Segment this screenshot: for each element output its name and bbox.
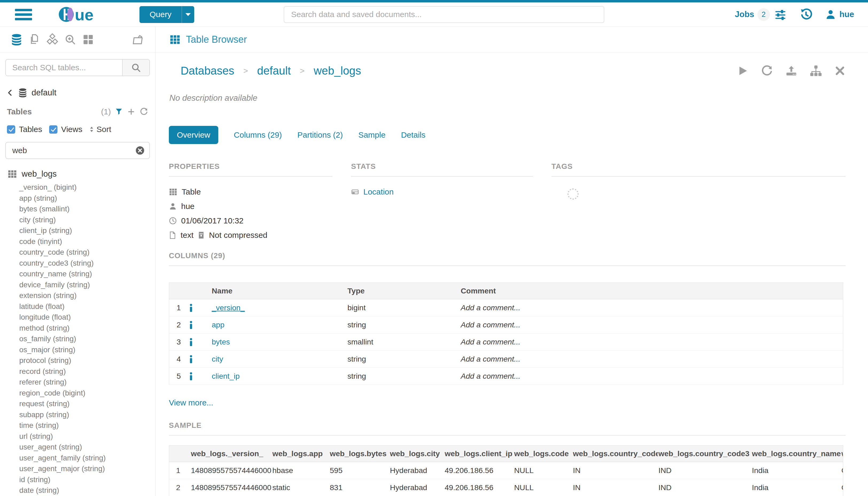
sql-table-search-input[interactable] <box>6 60 122 76</box>
comment-placeholder[interactable]: Add a comment... <box>460 316 843 334</box>
global-search-input[interactable] <box>284 10 604 19</box>
breadcrumb-table[interactable]: web_logs <box>314 64 361 77</box>
info-icon[interactable] <box>189 368 211 385</box>
page-title: Table Browser <box>186 34 247 45</box>
chevron-left-icon[interactable] <box>6 89 14 96</box>
tree-column[interactable]: referer (string) <box>7 377 150 388</box>
tree-column[interactable]: protocol (string) <box>7 355 150 366</box>
clear-filter-icon[interactable] <box>136 146 144 155</box>
query-play-icon[interactable] <box>737 65 748 76</box>
breadcrumb-databases[interactable]: Databases <box>180 64 234 77</box>
tree-column[interactable]: bytes (smallint) <box>7 204 150 215</box>
jobs-link[interactable]: Jobs <box>735 10 754 19</box>
tree-column[interactable]: os_major (string) <box>7 344 150 355</box>
column-name-link[interactable]: bytes <box>212 338 230 346</box>
view-more-link[interactable]: View more... <box>169 398 846 407</box>
tree-column[interactable]: device_family (string) <box>7 280 150 291</box>
filter-funnel-icon[interactable] <box>115 108 123 116</box>
tab-overview[interactable]: Overview <box>169 126 218 144</box>
folder-icon[interactable] <box>131 33 144 46</box>
database-icon[interactable] <box>10 33 23 46</box>
selected-database-name[interactable]: default <box>32 88 57 97</box>
sql-search-button[interactable] <box>122 60 149 76</box>
tree-column[interactable]: latitude (float) <box>7 301 150 312</box>
tree-column[interactable]: user_agent_major (string) <box>7 463 150 474</box>
tree-column[interactable]: request (string) <box>7 399 150 409</box>
tree-column[interactable]: _version_ (bigint) <box>7 182 150 193</box>
app-header: Table Browser <box>156 27 868 53</box>
refresh-icon[interactable] <box>140 107 148 116</box>
upload-icon[interactable] <box>785 65 798 77</box>
tree-column[interactable]: user_agent (string) <box>7 442 150 453</box>
tree-column[interactable]: os_family (string) <box>7 334 150 344</box>
tree-column[interactable]: id (string) <box>7 474 150 485</box>
zoom-plus-icon[interactable] <box>64 33 76 46</box>
tab-columns[interactable]: Columns (29) <box>234 130 282 140</box>
info-icon[interactable] <box>189 299 211 316</box>
table-filter-input[interactable] <box>6 146 136 155</box>
tree-column[interactable]: url (string) <box>7 431 150 442</box>
tab-details[interactable]: Details <box>401 130 426 140</box>
columns-table: Name Type Comment 1 _version_ bigint Add… <box>169 282 843 385</box>
tree-column[interactable]: extension (string) <box>7 290 150 301</box>
comment-placeholder[interactable]: Add a comment... <box>460 334 843 351</box>
sitemap-icon[interactable] <box>810 65 822 77</box>
info-icon[interactable] <box>189 351 211 368</box>
sort-toggle[interactable]: Sort <box>88 125 111 134</box>
info-icon[interactable] <box>189 334 211 351</box>
column-name-link[interactable]: city <box>212 355 223 363</box>
tree-column[interactable]: city (string) <box>7 215 150 226</box>
tree-column[interactable]: subapp (string) <box>7 409 150 420</box>
query-button[interactable]: Query <box>140 6 194 23</box>
query-dropdown-caret[interactable] <box>182 6 194 23</box>
tables-header-row: Tables (1) <box>5 107 150 116</box>
hamburger-menu-icon[interactable] <box>15 9 32 20</box>
views-checkbox[interactable] <box>49 125 58 134</box>
column-name-link[interactable]: client_ip <box>212 372 240 380</box>
refresh-icon[interactable] <box>761 65 773 77</box>
documents-icon[interactable] <box>28 33 41 46</box>
hue-logo[interactable]: ue <box>59 5 99 23</box>
tree-column[interactable]: country_code (string) <box>7 247 150 258</box>
sliders-icon[interactable] <box>774 8 787 21</box>
tree-column[interactable]: country_code3 (string) <box>7 258 150 269</box>
tree-column[interactable]: code (tinyint) <box>7 236 150 247</box>
tree-column[interactable]: time (string) <box>7 420 150 431</box>
tables-checkbox[interactable] <box>7 125 15 134</box>
history-icon[interactable] <box>799 8 813 21</box>
close-icon[interactable] <box>834 65 846 76</box>
sample-cell: India <box>752 479 841 496</box>
tree-column[interactable]: client_ip (string) <box>7 225 150 236</box>
tree-column[interactable]: record (string) <box>7 366 150 377</box>
comment-placeholder[interactable]: Add a comment... <box>460 368 843 385</box>
tree-column[interactable]: method (string) <box>7 323 150 334</box>
tree-column[interactable]: longitude (float) <box>7 312 150 323</box>
query-button-label[interactable]: Query <box>140 6 182 23</box>
column-name-link[interactable]: app <box>212 321 225 329</box>
apps-grid-icon[interactable] <box>82 33 94 46</box>
sample-row: 2 1480895575574446000 static 831 Hyderab… <box>169 479 843 496</box>
tree-table-web-logs[interactable]: web_logs <box>7 169 150 179</box>
jobs-count-badge[interactable]: 2 <box>757 8 770 21</box>
tree-column[interactable]: region_code (bigint) <box>7 388 150 399</box>
tree-table-name[interactable]: web_logs <box>22 169 57 179</box>
location-link[interactable]: Location <box>363 187 394 197</box>
cubes-icon[interactable] <box>46 33 59 46</box>
compression-value: Not compressed <box>209 231 267 240</box>
add-table-icon[interactable] <box>127 107 136 116</box>
info-icon[interactable] <box>189 316 211 334</box>
user-menu[interactable]: hue <box>825 9 854 20</box>
tree-column[interactable]: user_agent_family (string) <box>7 453 150 464</box>
breadcrumb-separator: > <box>243 66 248 75</box>
comment-placeholder[interactable]: Add a comment... <box>460 299 843 316</box>
tab-sample[interactable]: Sample <box>358 130 385 140</box>
topbar-right-cluster: Jobs 2 hue <box>735 8 854 21</box>
column-name-link[interactable]: _version_ <box>212 303 245 312</box>
comment-placeholder[interactable]: Add a comment... <box>460 351 843 368</box>
tree-column[interactable]: app (string) <box>7 193 150 204</box>
tree-column[interactable]: date (string) <box>7 485 150 496</box>
breadcrumb-database[interactable]: default <box>257 64 291 77</box>
selected-database-row[interactable]: default <box>5 88 150 97</box>
tree-column[interactable]: country_name (string) <box>7 268 150 280</box>
tab-partitions[interactable]: Partitions (2) <box>297 130 343 140</box>
